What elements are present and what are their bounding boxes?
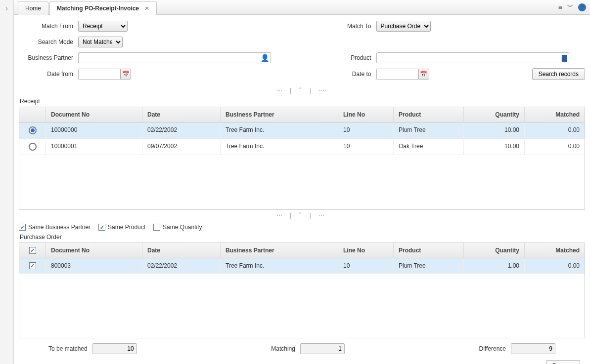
receipt-cell-matched: 0.00 (525, 122, 585, 138)
difference-value (511, 343, 555, 354)
same-qty-checkbox[interactable] (153, 224, 160, 231)
tab-home[interactable]: Home (18, 1, 48, 15)
date-to-input[interactable] (376, 69, 418, 80)
close-tab-icon[interactable]: ✕ (144, 5, 149, 12)
po-header-checkbox[interactable] (29, 247, 36, 254)
date-from-label: Date from (19, 71, 78, 78)
po-col-product[interactable]: Product (394, 243, 464, 258)
same-bp-check[interactable]: Same Business Partner (19, 224, 91, 231)
receipt-col-qty[interactable]: Quantity (464, 107, 525, 122)
po-row-checkbox[interactable] (29, 262, 36, 269)
receipt-cell-date: 02/22/2002 (142, 122, 221, 138)
po-cell-bp: Tree Farm Inc. (221, 258, 338, 273)
match-to-label: Match To (302, 23, 376, 30)
receipt-cell-bp: Tree Farm Inc. (221, 122, 338, 138)
receipt-cell-docno: 10000000 (46, 122, 142, 138)
collapse-icon[interactable]: ︾ (567, 3, 573, 11)
date-to-calendar-icon[interactable]: 📅 (418, 69, 429, 80)
date-from-input[interactable] (78, 69, 120, 80)
po-grid: Document No Date Business Partner Line N… (19, 243, 585, 338)
receipt-col-product[interactable]: Product (394, 107, 464, 122)
receipt-col-docno[interactable]: Document No (46, 107, 142, 122)
match-to-select[interactable]: Purchase Order (376, 21, 431, 32)
po-col-date[interactable]: Date (142, 243, 221, 258)
date-from-calendar-icon[interactable]: 📅 (120, 69, 131, 80)
tab-matching-label: Matching PO-Receipt-Invoice (57, 5, 139, 12)
po-cell-date: 02/22/2002 (142, 258, 221, 273)
po-col-matched[interactable]: Matched (525, 243, 585, 258)
search-mode-label: Search Mode (19, 39, 78, 45)
product-label: Product (302, 54, 376, 61)
receipt-cell-date: 09/07/2002 (142, 139, 221, 155)
same-qty-check[interactable]: Same Quantity (153, 224, 202, 231)
po-col-bp[interactable]: Business Partner (221, 243, 338, 258)
po-cell-matched: 0.00 (525, 258, 585, 273)
help-icon[interactable]: ? (578, 3, 586, 11)
same-bp-label: Same Business Partner (28, 224, 91, 231)
po-col-docno[interactable]: Document No (46, 243, 142, 258)
po-cell-docno: 800003 (46, 258, 142, 273)
receipt-col-select (19, 107, 46, 122)
same-product-checkbox[interactable] (98, 224, 105, 231)
po-cell-line: 10 (338, 258, 394, 273)
receipt-cell-bp: Tree Farm Inc. (221, 139, 338, 155)
tab-bar: Home Matching PO-Receipt-Invoice ✕ ≡ ︾ ? (14, 0, 590, 15)
splitter-mid[interactable]: ⋯ | ˄ | ⋯ (19, 210, 585, 221)
receipt-cell-qty: 10.00 (464, 122, 525, 138)
tab-matching[interactable]: Matching PO-Receipt-Invoice ✕ (49, 1, 157, 15)
business-partner-input[interactable] (78, 52, 271, 63)
po-col-select[interactable] (19, 243, 46, 258)
tab-home-label: Home (25, 5, 41, 12)
search-mode-select[interactable]: Not Matched (78, 37, 123, 47)
receipt-row[interactable]: 1000000109/07/2002Tree Farm Inc.10Oak Tr… (19, 139, 585, 155)
business-partner-picker-icon[interactable]: 👤 (261, 54, 269, 62)
matching-label: Matching (271, 345, 295, 352)
search-records-button[interactable]: Search records (532, 68, 585, 80)
matching-value (300, 343, 345, 354)
po-cell-qty: 1.00 (464, 258, 525, 273)
to-be-matched-label: To be matched (48, 345, 88, 352)
same-product-label: Same Product (108, 224, 145, 231)
menu-icon[interactable]: ≡ (558, 3, 562, 11)
po-col-line[interactable]: Line No (338, 243, 394, 258)
match-from-label: Match From (19, 23, 78, 30)
receipt-col-date[interactable]: Date (142, 107, 221, 122)
expand-rail-icon[interactable]: › (5, 4, 8, 13)
receipt-row[interactable]: 1000000002/22/2002Tree Farm Inc.10Plum T… (19, 122, 585, 139)
process-button[interactable]: Process (546, 360, 580, 364)
receipt-cell-line: 10 (338, 139, 394, 155)
po-section-label: Purchase Order (20, 234, 585, 241)
receipt-row-radio[interactable] (29, 143, 37, 151)
product-picker-icon[interactable]: ▇ (562, 54, 567, 62)
same-product-check[interactable]: Same Product (98, 224, 145, 231)
match-from-select[interactable]: Receipt (78, 21, 128, 32)
receipt-cell-product: Oak Tree (394, 139, 464, 155)
receipt-cell-product: Plum Tree (394, 122, 464, 138)
receipt-col-matched[interactable]: Matched (525, 107, 585, 122)
receipt-row-radio[interactable] (29, 126, 37, 134)
date-to-label: Date to (302, 71, 376, 78)
difference-label: Difference (479, 345, 506, 352)
po-row[interactable]: 80000302/22/2002Tree Farm Inc.10Plum Tre… (19, 258, 585, 274)
po-cell-product: Plum Tree (394, 258, 464, 273)
receipt-col-bp[interactable]: Business Partner (221, 107, 338, 122)
receipt-section-label: Receipt (20, 98, 585, 105)
po-col-qty[interactable]: Quantity (464, 243, 525, 258)
receipt-cell-qty: 10.00 (464, 139, 525, 155)
splitter-top[interactable]: ⋯ | ˄ | ⋯ (19, 85, 585, 96)
same-bp-checkbox[interactable] (19, 224, 26, 231)
left-rail: › (0, 0, 14, 364)
product-input[interactable] (376, 52, 569, 63)
to-be-matched-value (92, 343, 137, 354)
receipt-cell-line: 10 (338, 122, 394, 138)
business-partner-label: Business Partner (19, 54, 78, 61)
receipt-col-line[interactable]: Line No (338, 107, 394, 122)
receipt-cell-docno: 10000001 (46, 139, 142, 155)
receipt-grid: Document No Date Business Partner Line N… (19, 107, 585, 210)
same-qty-label: Same Quantity (163, 224, 202, 231)
receipt-cell-matched: 0.00 (525, 139, 585, 155)
